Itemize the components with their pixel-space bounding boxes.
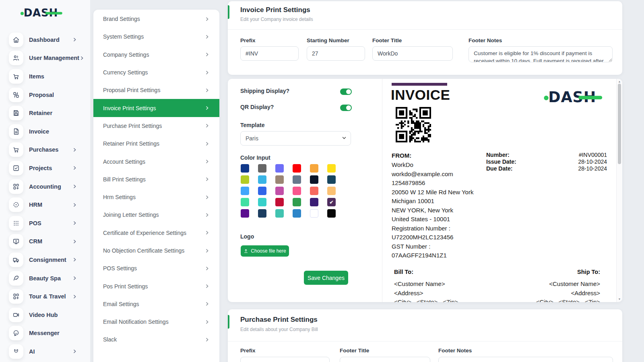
color-swatch-1c3e61[interactable]	[258, 209, 266, 218]
sidebar-item-hrm[interactable]: HRM	[0, 195, 90, 214]
settings-menu-item-currency-settings[interactable]: Currency Settings	[93, 64, 219, 81]
color-swatch-10388a[interactable]	[241, 164, 249, 173]
footer-title-input[interactable]	[372, 46, 453, 61]
settings-menu-item-email-settings[interactable]: Email Settings	[93, 295, 219, 313]
settings-menu-item-hrm-settings[interactable]: Hrm Settings	[93, 188, 219, 206]
settings-menu-item-slack[interactable]: Slack	[93, 331, 219, 348]
shipping-display-toggle[interactable]	[340, 88, 352, 95]
address-line: <City> , <State> , <Zip>	[536, 298, 600, 302]
purchase-title: Purchase Print Settings	[240, 316, 318, 324]
settings-menu-item-pos-settings[interactable]: POS Settings	[93, 259, 219, 277]
address-line: <Customer Name>	[536, 280, 600, 289]
color-swatch-41e0a3[interactable]	[241, 198, 249, 206]
settings-menu-item-retainer-print-settings[interactable]: Retainer Print Settings	[93, 135, 219, 152]
scroll-up-arrow-icon[interactable]: ▲	[617, 80, 622, 84]
color-swatch-fb0007[interactable]	[293, 164, 301, 173]
sidebar-item-proposal[interactable]: Proposal	[0, 86, 90, 104]
sidebar-item-beauty-spa[interactable]: Beauty Spa	[0, 269, 90, 288]
choose-file-button[interactable]: Choose file here	[241, 245, 289, 257]
color-swatch-17455f[interactable]	[327, 175, 336, 184]
settings-menu-item-label: Pos Print Settings	[103, 283, 148, 290]
sidebar-item-invoice[interactable]: Invoice	[0, 122, 90, 141]
preview-scrollbar[interactable]: ▲ ▼	[616, 79, 622, 302]
sidebar-item-dashboard[interactable]: Dashboard	[0, 31, 90, 49]
settings-menu-item-invoice-print-settings[interactable]: Invoice Print Settings	[93, 99, 219, 117]
card-accent-bar	[228, 315, 229, 329]
settings-menu-item-account-settings[interactable]: Account Settings	[93, 152, 219, 170]
settings-menu-item-email-notification-settings[interactable]: Email Notification Settings	[93, 313, 219, 331]
meta-value: 28-10-2024	[578, 158, 607, 165]
scrollbar-thumb[interactable]	[618, 84, 621, 164]
color-swatch-3066e8[interactable]	[258, 187, 266, 195]
qr-display-toggle[interactable]	[340, 105, 352, 111]
color-swatch-fbc173[interactable]	[327, 187, 336, 195]
settings-menu-item-pos-print-settings[interactable]: Pos Print Settings	[93, 277, 219, 295]
sidebar-nav: DashboardUser ManagementItemsProposalRet…	[0, 31, 90, 361]
prefix-label: Prefix	[240, 37, 256, 43]
prefix-input[interactable]	[240, 46, 299, 61]
sidebar-item-projects[interactable]: Projects	[0, 159, 90, 177]
color-swatch-f7a73c[interactable]	[310, 164, 318, 173]
color-swatch-f7695f[interactable]	[310, 187, 318, 195]
sidebar-item-ai[interactable]: AI	[0, 342, 90, 361]
sidebar-item-items[interactable]: Items	[0, 67, 90, 86]
color-swatch-2f9e4f[interactable]	[293, 198, 301, 206]
starting-number-input[interactable]	[307, 46, 365, 61]
scroll-down-arrow-icon[interactable]: ▼	[617, 297, 622, 301]
save-changes-button[interactable]: Save Changes	[304, 271, 348, 285]
sidebar-item-crm[interactable]: CRM	[0, 232, 90, 251]
settings-menu-item-proposal-print-settings[interactable]: Proposal Print Settings	[93, 81, 219, 99]
color-swatch-ffe01a[interactable]	[327, 164, 336, 173]
color-swatch-38d1ca[interactable]	[258, 198, 266, 206]
color-swatch-4f2d5e[interactable]: ✔	[327, 198, 336, 206]
purchase-footer-title-input[interactable]	[340, 357, 430, 362]
color-swatch-666666[interactable]	[258, 164, 266, 173]
color-swatch-3ab5e6[interactable]	[258, 175, 266, 184]
brand-logo[interactable]: DASH	[20, 6, 63, 19]
template-select[interactable]: Paris	[240, 131, 351, 146]
sidebar-item-label: Retainer	[29, 110, 52, 116]
chevron-right-icon	[79, 56, 85, 61]
color-swatch-9b8574[interactable]	[275, 175, 284, 184]
sidebar-item-video-hub[interactable]: Video Hub	[0, 306, 90, 324]
settings-menu-item-certificate-of-experience-settings[interactable]: Certificate of Experience Settings	[93, 224, 219, 242]
settings-menu-item-no-objection-certificate-settings[interactable]: No Objection Certificate Settings	[93, 242, 219, 259]
color-swatch-c30e35[interactable]	[275, 198, 284, 206]
sidebar-item-purchases[interactable]: Purchases	[0, 141, 90, 159]
color-swatch-41a6fb[interactable]	[241, 187, 249, 195]
color-swatch-ffffff[interactable]	[310, 209, 318, 218]
color-swatch-c14fa7[interactable]	[275, 187, 284, 195]
sidebar-item-user-management[interactable]: User Management	[0, 49, 90, 68]
sidebar-item-pos[interactable]: POS	[0, 214, 90, 232]
choose-file-label: Choose file here	[251, 248, 286, 254]
color-swatch-3a1d75[interactable]	[310, 198, 318, 206]
settings-menu-item-purchase-print-settings[interactable]: Purchase Print Settings	[93, 117, 219, 135]
settings-menu-item-brand-settings[interactable]: Brand Settings	[93, 10, 219, 28]
preview-ship-to-address: <Customer Name><Address><City> , <State>…	[536, 280, 600, 302]
color-swatch-070707[interactable]	[327, 209, 336, 218]
sidebar-item-tour-travel[interactable]: Tour & Travel	[0, 287, 90, 306]
color-swatch-b3cc26[interactable]	[241, 175, 249, 184]
color-swatch-f9568d[interactable]	[293, 187, 301, 195]
color-swatch-0c1529[interactable]	[310, 175, 318, 184]
settings-menu-item-bill-print-settings[interactable]: Bill Print Settings	[93, 171, 219, 188]
sidebar-item-accounting[interactable]: Accounting	[0, 177, 90, 196]
sidebar-item-retainer[interactable]: Retainer	[0, 104, 90, 122]
settings-menu-item-company-settings[interactable]: Company Settings	[93, 46, 219, 64]
sidebar-item-consignment[interactable]: Consignment	[0, 251, 90, 269]
color-swatch-5b0f8f[interactable]	[241, 209, 249, 218]
sidebar-item-label: Consignment	[29, 257, 66, 263]
color-swatch-2d86c9[interactable]	[293, 209, 301, 218]
chevron-right-icon	[204, 266, 210, 271]
color-swatch-68788c[interactable]	[293, 175, 301, 184]
footer-notes-textarea[interactable]: Customer is eligible for 1% discount if …	[469, 46, 613, 62]
settings-menu-item-system-settings[interactable]: System Settings	[93, 28, 219, 45]
purchase-prefix-input[interactable]	[240, 357, 330, 362]
purchase-footer-notes-textarea[interactable]	[438, 357, 613, 362]
color-swatch-41c3b0[interactable]	[275, 209, 284, 218]
color-swatch-6e6ef7[interactable]	[275, 164, 284, 173]
settings-menu-item-joining-letter-settings[interactable]: Joining Letter Settings	[93, 206, 219, 224]
truck-icon	[9, 253, 23, 267]
address-line: <City> , <State> , <Zip>	[394, 298, 458, 302]
sidebar-item-messenger[interactable]: Messenger	[0, 324, 90, 343]
